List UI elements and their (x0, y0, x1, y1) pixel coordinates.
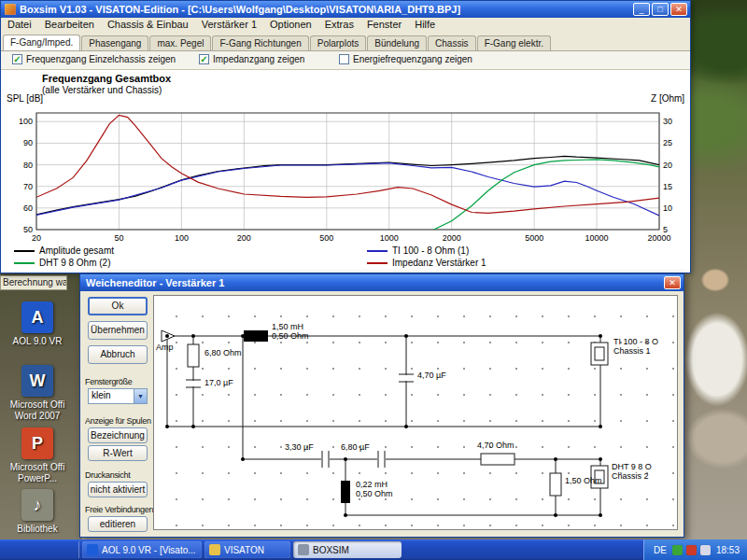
clock[interactable]: 18:53 (716, 545, 740, 555)
desktop-icon-3[interactable]: PMicrosoft OffiPowerP... (7, 427, 67, 484)
svg-text:5000: 5000 (525, 233, 543, 243)
series-coil-res-label: 0,50 Ohm (272, 331, 309, 341)
taskbar-button-aol-9-0-vr-visato[interactable]: AOL 9.0 VR - [Visato... (82, 541, 202, 558)
taskbar-button-label: AOL 9.0 VR - [Visato... (102, 545, 196, 555)
boxsim-app-icon (5, 4, 16, 15)
legend-impedanz: Impedanz Verstärker 1 (367, 258, 486, 268)
free-connections-edit-button[interactable]: editieren (88, 516, 148, 532)
pad-resistor-label: 1,50 Ohm (565, 476, 602, 485)
menu-item-1[interactable]: Datei (1, 18, 38, 33)
dialog-title-bar[interactable]: Weicheneditor - Verstärker 1 (80, 274, 684, 291)
driver1-chassis-label: Chassis 1 (613, 346, 651, 356)
series-coil-value-label: 1,50 mH (272, 322, 303, 331)
tab-7[interactable]: Chassis (428, 35, 476, 50)
desktop-icon-1[interactable]: AAOL 9.0 VR (7, 301, 67, 347)
crossover-circuit-panel[interactable]: Amp 6,80 Ohm 17,0 µF 1,50 mH 0,50 Ohm 4,… (153, 295, 678, 530)
amp-label: Amp (156, 343, 174, 352)
cancel-button[interactable]: Abbruch (88, 345, 148, 364)
chart-options-row: ✓ Frequenzgang Einzelchassis zeigen ✓ Im… (1, 51, 690, 70)
print-view-button[interactable]: nicht aktiviert (88, 482, 148, 497)
svg-text:80: 80 (23, 161, 33, 170)
tray-icons (672, 545, 711, 555)
desktop-icon-label: Bibliothek (7, 524, 67, 535)
aol-icon: A (21, 301, 53, 333)
maximize-button[interactable]: □ (652, 3, 669, 16)
svg-text:10000: 10000 (585, 233, 609, 243)
menu-item-3[interactable]: Chassis & Einbau (101, 18, 195, 33)
tab-3[interactable]: max. Pegel (149, 35, 211, 50)
legend-label: TI 100 - 8 Ohm (1) (392, 245, 469, 256)
close-button[interactable]: ✕ (670, 3, 687, 16)
desktop-icon-label: Word 2007 (7, 411, 67, 422)
driver2-name-label: DHT 9 8 O (612, 462, 652, 471)
svg-text:90: 90 (23, 138, 33, 147)
menu-item-5[interactable]: Optionen (263, 18, 318, 33)
svg-text:70: 70 (23, 182, 33, 191)
svg-text:20: 20 (663, 161, 672, 170)
checkbox-einzelchassis[interactable]: ✓ Frequenzgang Einzelchassis zeigen (12, 54, 176, 64)
window-size-value: klein (92, 390, 111, 400)
driver2-chassis-label: Chassis 2 (612, 471, 649, 481)
language-indicator[interactable]: DE (654, 545, 667, 555)
legend-label: Impedanz Verstärker 1 (392, 258, 486, 268)
desktop-icon-2[interactable]: WMicrosoft OffiWord 2007 (7, 365, 67, 422)
chevron-down-icon: ▼ (134, 389, 147, 403)
legend-label: DHT 9 8 Ohm (2) (39, 258, 111, 268)
taskbar-buttons: AOL 9.0 VR - [Visato...VISATONBOXSIM (82, 541, 402, 558)
desktop-icon-label: Microsoft Offi (7, 399, 67, 411)
tab-6[interactable]: Bündelung (367, 35, 427, 50)
taskbar-button-label: VISATON (224, 545, 264, 555)
menu-item-2[interactable]: Bearbeiten (38, 18, 101, 33)
title-bar[interactable]: Boxsim V1.03 - VISATON-Edition - [C:\Use… (1, 1, 690, 18)
background-window-fragment: Berechnung wa (0, 275, 67, 290)
coil-rvalue-button[interactable]: R-Wert (88, 445, 148, 461)
menu-item-7[interactable]: Fenster (360, 18, 408, 33)
menu-item-4[interactable]: Verstärker 1 (195, 18, 263, 33)
tray-icon-alert[interactable] (686, 545, 697, 555)
window-size-label: Fenstergröße (85, 377, 158, 386)
powerpoint-icon: P (21, 427, 53, 459)
legend-swatch (367, 250, 388, 252)
minimize-button[interactable]: _ (633, 3, 650, 16)
tab-4[interactable]: F-Gang Richtungen (212, 35, 308, 50)
ok-button[interactable]: Ok (88, 297, 148, 315)
svg-text:15: 15 (663, 182, 672, 191)
tray-icon-volume[interactable] (700, 545, 711, 555)
system-tray: DE 18:53 (643, 539, 747, 560)
desktop-icon-4[interactable]: ♪Bibliothek (7, 489, 67, 535)
taskbar-button-icon (87, 544, 98, 555)
highpass-cap1-label: 3,30 µF (285, 442, 314, 452)
desktop-icon-label: PowerP... (7, 473, 67, 484)
taskbar-button-label: BOXSIM (313, 545, 349, 555)
legend-label: Amplitude gesamt (39, 245, 114, 256)
word-icon: W (21, 365, 53, 397)
coil-display-label: Anzeige für Spulen (85, 416, 158, 426)
checkbox-energiefrequenzgang[interactable]: Energiefrequenzgang zeigen (339, 54, 472, 64)
highpass-resistor-label: 4,70 Ohm (477, 441, 514, 450)
chart-title: Frequenzgang Gesamtbox (42, 73, 171, 84)
tray-icon-shield[interactable] (672, 545, 683, 555)
tab-1[interactable]: F-Gang/Imped. (3, 35, 80, 50)
tab-5[interactable]: Polarplots (310, 35, 366, 50)
free-connections-label: Freie Verbindungen (85, 505, 158, 514)
dialog-close-button[interactable]: ✕ (664, 276, 681, 289)
taskbar-button-boxsim[interactable]: BOXSIM (293, 541, 402, 558)
svg-text:25: 25 (663, 138, 672, 147)
menu-item-6[interactable]: Extras (318, 18, 360, 33)
apply-button[interactable]: Übernehmen (88, 321, 148, 340)
taskbar-button-visaton[interactable]: VISATON (204, 541, 290, 558)
checkbox-box: ✓ (12, 54, 22, 64)
window-title: Boxsim V1.03 - VISATON-Edition - [C:\Use… (20, 4, 460, 15)
svg-text:10: 10 (663, 203, 672, 213)
checkbox-label: Frequenzgang Einzelchassis zeigen (26, 54, 176, 64)
background-fragment-text: Berechnung wa (3, 277, 67, 287)
checkbox-impedanzgang[interactable]: ✓ Impedanzgang zeigen (199, 54, 304, 64)
boxsim-window: Boxsim V1.03 - VISATON-Edition - [C:\Use… (0, 0, 691, 273)
window-size-select[interactable]: klein ▼ (88, 388, 148, 404)
coil-name-button[interactable]: Bezeichnung (88, 427, 148, 443)
taskbar-separator (78, 541, 79, 558)
tab-8[interactable]: F-Gang elektr. (477, 35, 551, 50)
highpass-cap2-label: 6,80 µF (341, 442, 370, 452)
tab-2[interactable]: Phasengang (81, 35, 148, 50)
menu-item-8[interactable]: Hilfe (408, 18, 442, 33)
